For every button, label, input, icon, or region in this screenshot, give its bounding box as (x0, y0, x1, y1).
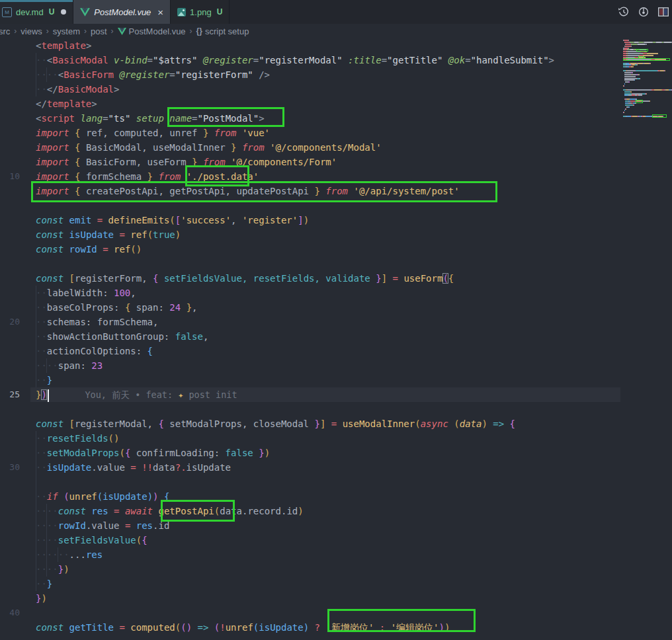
code-line: 30··isUpdate.value = !!data?.isUpdate (0, 460, 620, 475)
line-number (0, 489, 30, 504)
line-number (0, 431, 30, 446)
code-editor[interactable]: <template>··<BasicModal v-bind="$attrs" … (0, 38, 672, 640)
markdown-icon: M (2, 7, 12, 17)
line-number (0, 504, 30, 518)
code-line: const getTitle = computed(() => (!unref(… (0, 620, 620, 635)
code-line (0, 475, 620, 489)
code-line: const [registerForm, { setFieldsValue, r… (0, 271, 620, 286)
code-line: ····span: 23 (0, 358, 620, 373)
code-line: import { ref, computed, unref } from 'vu… (0, 126, 620, 140)
line-number (0, 257, 30, 271)
symbol-icon: {} (196, 26, 202, 36)
code-line: ······...res (0, 547, 620, 562)
line-number (0, 402, 30, 417)
editor-actions (618, 0, 672, 24)
line-number (0, 329, 30, 344)
code-line: ··showActionButtonGroup: false, (0, 329, 620, 344)
code-line (0, 257, 620, 271)
line-number (0, 344, 30, 358)
history-icon[interactable] (618, 6, 630, 18)
code-line: ··labelWidth: 100, (0, 286, 620, 300)
breadcrumb-item-views[interactable]: views (21, 26, 42, 36)
code-line: ··if (unref(isUpdate)) { (0, 489, 620, 504)
line-number (0, 562, 30, 577)
git-status-badge: U (49, 7, 55, 17)
tab-1-png[interactable]: 1.png U (171, 0, 230, 24)
line-number (0, 227, 30, 242)
line-number: 30 (0, 460, 30, 475)
code-line: 20··schemas: formSchema, (0, 315, 620, 329)
text-cursor (48, 389, 50, 402)
code-line: 10import { formSchema } from './post.dat… (0, 169, 620, 184)
tab-bar: M dev.md U PostModel.vue × 1.png U (0, 0, 672, 24)
minimap-annotation-mark (623, 58, 670, 61)
line-number (0, 53, 30, 67)
line-number (0, 155, 30, 169)
code-line: import { BasicModal, useModalInner } fro… (0, 140, 620, 155)
code-line: import { createPostApi, getPostApi, upda… (0, 184, 620, 198)
line-number (0, 213, 30, 227)
line-number: 10 (0, 169, 30, 184)
line-number (0, 111, 30, 126)
minimap[interactable] (623, 40, 672, 640)
code-line: <script lang="ts" setup name="PostModal"… (0, 111, 620, 126)
line-number (0, 67, 30, 82)
line-number (0, 271, 30, 286)
line-number (0, 591, 30, 606)
line-number (0, 300, 30, 315)
split-editor-icon[interactable] (657, 6, 669, 18)
code-line: ····setFieldsValue({ (0, 533, 620, 547)
tab-label: PostModel.vue (94, 7, 151, 17)
code-line: ··<BasicModal v-bind="$attrs" @register=… (0, 53, 620, 67)
minimap-annotation-mark (652, 114, 667, 118)
breadcrumb: src›views›system›post›PostModel.vue›{}sc… (0, 24, 672, 38)
line-number (0, 358, 30, 373)
breadcrumb-item-postmodel-vue[interactable]: PostModel.vue (118, 26, 186, 36)
line-number (0, 417, 30, 431)
close-icon[interactable]: × (157, 7, 163, 17)
code-line: const isUpdate = ref(true) (0, 227, 620, 242)
code-line: ··</BasicModal> (0, 82, 620, 97)
code-line: }) (0, 591, 620, 606)
minimap-annotation-mark (636, 49, 648, 52)
code-line: 25})You, 前天 • feat: ✦ post init (0, 387, 620, 402)
line-number: 20 (0, 315, 30, 329)
line-number (0, 82, 30, 97)
breadcrumb-separator-icon: › (190, 26, 192, 36)
line-number: 40 (0, 606, 30, 620)
code-line: ····<BasicForm @register="registerForm" … (0, 67, 620, 82)
breadcrumb-item-system[interactable]: system (53, 26, 80, 36)
tab-label: 1.png (190, 7, 212, 17)
line-number (0, 620, 30, 635)
git-blame-annotation: You, 前天 • feat: ✦ post init (85, 389, 237, 400)
git-status-badge: U (217, 7, 223, 17)
vue-icon (80, 8, 90, 17)
code-line: ··setModalProps({ confirmLoading: false … (0, 446, 620, 460)
code-line (0, 402, 620, 417)
line-number (0, 446, 30, 460)
breadcrumb-item-script-setup[interactable]: {}script setup (196, 26, 249, 36)
breadcrumb-item-src[interactable]: src (0, 26, 10, 36)
dirty-indicator-icon (61, 9, 66, 15)
commit-graph-icon[interactable] (638, 6, 650, 18)
code-line: import { BasicForm, useForm } from '@/co… (0, 155, 620, 169)
breadcrumb-separator-icon: › (84, 26, 87, 36)
tab-top-accent (0, 0, 73, 2)
code-line: 40 (0, 606, 620, 620)
tab-dev-md[interactable]: M dev.md U (0, 0, 73, 24)
code-line: ··actionColOptions: { (0, 344, 620, 358)
breadcrumb-item-post[interactable]: post (91, 26, 107, 36)
code-line: ··baseColProps: { span: 24 }, (0, 300, 620, 315)
image-icon (177, 8, 186, 17)
tab-postmodel-vue[interactable]: PostModel.vue × (73, 0, 171, 24)
code-line: ····rowId.value = res.id (0, 518, 620, 533)
code-line: ····}) (0, 562, 620, 577)
code-line: <template> (0, 38, 620, 53)
code-line: ····const res = await getPostApi(data.re… (0, 504, 620, 518)
line-number (0, 577, 30, 591)
line-number (0, 242, 30, 257)
code-line: ··} (0, 577, 620, 591)
code-line: const [registerModal, { setModalProps, c… (0, 417, 620, 431)
line-number (0, 518, 30, 533)
vue-icon (118, 28, 126, 35)
